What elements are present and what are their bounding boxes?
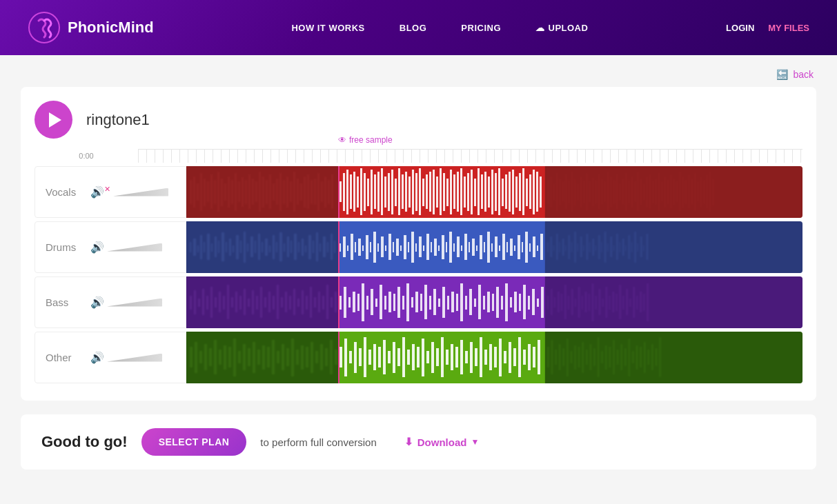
login-button[interactable]: LOGIN [726,23,754,33]
svg-rect-147 [682,177,684,208]
svg-rect-20 [255,181,257,202]
svg-rect-404 [214,340,217,374]
volume-icon-bass[interactable]: 🔊 [90,296,104,309]
svg-rect-365 [528,296,530,310]
svg-rect-208 [373,232,376,263]
svg-rect-127 [622,179,624,205]
svg-rect-279 [625,245,626,251]
svg-rect-113 [580,177,582,208]
svg-rect-159 [193,239,196,256]
svg-rect-6 [207,181,209,202]
svg-rect-215 [400,245,402,251]
svg-rect-69 [429,172,431,212]
svg-rect-498 [648,350,649,365]
volume-icon-vocals[interactable]: 🔊✕ [90,185,110,199]
svg-rect-341 [420,294,422,311]
logo-text: PhonicMind [68,19,154,37]
svg-rect-353 [474,299,476,307]
svg-rect-35 [307,174,309,209]
svg-rect-139 [658,173,660,211]
volume-slider-other[interactable] [107,354,162,362]
svg-rect-473 [551,340,553,374]
svg-rect-36 [311,180,313,204]
svg-rect-332 [380,285,382,319]
svg-rect-206 [366,235,368,259]
volume-icon-drums[interactable]: 🔊 [90,241,104,254]
download-button[interactable]: ⬇ Download ▼ [404,436,480,448]
playhead-bass [338,276,339,328]
svg-rect-450 [436,348,439,366]
my-files-button[interactable]: MY FILES [768,23,809,33]
svg-rect-111 [574,179,575,206]
svg-rect-264 [580,236,582,257]
svg-rect-247 [522,242,523,252]
svg-rect-368 [541,287,544,318]
svg-rect-298 [235,292,237,312]
svg-rect-356 [487,292,490,312]
svg-rect-400 [195,342,197,373]
svg-rect-81 [471,170,473,214]
back-link[interactable]: 🔙 back [21,69,816,80]
svg-rect-152 [698,181,699,202]
svg-rect-56 [384,177,386,208]
svg-rect-311 [289,296,291,310]
volume-icon-other[interactable]: 🔊 [90,351,104,364]
cloud-icon: ☁ [535,23,545,33]
svg-rect-430 [339,347,342,367]
nav-upload[interactable]: ☁ UPLOAD [535,23,588,33]
svg-rect-432 [349,351,352,363]
track-name: ringtone1 [86,111,150,129]
svg-rect-165 [215,236,217,257]
svg-rect-54 [377,172,380,212]
waveform-bright-vocals [338,166,545,218]
svg-rect-372 [558,292,559,312]
svg-rect-2 [193,177,195,208]
svg-rect-5 [204,179,206,206]
nav-how-it-works[interactable]: HOW IT WORKS [291,23,364,33]
svg-rect-414 [262,345,265,370]
svg-rect-33 [300,183,302,201]
svg-rect-455 [460,340,463,374]
svg-rect-10 [221,179,223,206]
svg-rect-226 [442,235,444,259]
svg-rect-456 [465,351,468,363]
svg-rect-309 [281,297,283,308]
svg-rect-471 [538,340,540,374]
track-label-drums: Drums [46,241,90,253]
dropdown-arrow-icon: ▼ [471,437,479,447]
svg-rect-294 [219,292,221,312]
volume-slider-bass[interactable] [107,299,162,307]
svg-rect-25 [273,183,275,201]
svg-rect-493 [629,339,630,376]
svg-rect-443 [402,337,405,377]
select-plan-button[interactable]: SELECT PLAN [141,428,247,456]
svg-rect-142 [667,180,669,204]
svg-rect-225 [438,245,440,251]
nav-pricing[interactable]: PRICING [461,23,501,33]
svg-rect-65 [415,173,417,211]
svg-rect-212 [388,234,391,260]
svg-rect-391 [623,296,624,310]
svg-rect-327 [357,294,360,311]
svg-rect-61 [402,174,404,209]
mute-icon-vocals: ✕ [104,185,110,193]
svg-rect-420 [291,339,294,376]
nav-blog[interactable]: BLOG [400,23,427,33]
svg-rect-448 [426,351,429,363]
svg-rect-156 [709,172,711,212]
svg-rect-495 [636,345,638,370]
svg-rect-224 [434,239,437,256]
play-button[interactable] [35,101,72,139]
svg-rect-270 [598,235,600,259]
svg-rect-66 [419,168,421,215]
volume-slider-vocals[interactable] [113,188,168,196]
svg-rect-120 [601,179,602,205]
svg-rect-435 [364,337,366,377]
volume-slider-drums[interactable] [107,243,162,252]
player-section: ringtone1 👁 free sample 0:00 Vocals 🔊✕ [21,87,816,401]
svg-rect-457 [470,342,473,373]
svg-rect-352 [469,289,472,315]
svg-rect-310 [285,292,287,312]
svg-rect-333 [384,296,386,310]
svg-rect-78 [460,168,462,215]
